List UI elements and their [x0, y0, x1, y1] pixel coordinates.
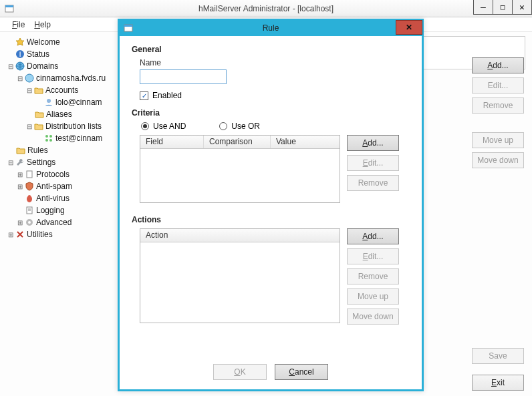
- col-comparison: Comparison: [204, 136, 271, 148]
- maximize-button[interactable]: □: [493, 0, 513, 15]
- dialog-close-button[interactable]: ✕: [396, 20, 422, 35]
- dialog-titlebar[interactable]: Rule ✕: [119, 20, 422, 36]
- radio-use-and[interactable]: Use AND: [141, 122, 186, 131]
- shield-icon: [25, 182, 34, 191]
- actions-edit-button[interactable]: Edit...: [347, 248, 399, 264]
- criteria-edit-button[interactable]: Edit...: [347, 155, 399, 171]
- enabled-checkbox[interactable]: Enabled: [140, 91, 412, 100]
- doc-icon: [25, 206, 34, 215]
- section-actions: Actions: [132, 215, 412, 224]
- actions-add-button[interactable]: Add...: [347, 228, 399, 244]
- user-icon: [44, 97, 53, 107]
- col-field: Field: [140, 136, 204, 148]
- close-button[interactable]: ✕: [512, 0, 532, 15]
- actions-moveup-button[interactable]: Move up: [347, 288, 399, 305]
- bug-icon: [25, 194, 34, 203]
- svg-point-19: [28, 221, 31, 224]
- tools-icon: [15, 230, 25, 239]
- star-icon: [15, 37, 25, 47]
- cancel-button[interactable]: Cancel: [275, 364, 328, 380]
- svg-point-14: [28, 195, 31, 198]
- save-button[interactable]: Save: [472, 348, 524, 364]
- svg-point-10: [45, 139, 48, 142]
- panel-add-button[interactable]: Add...: [472, 57, 524, 73]
- window-title: hMailServer Administrator - [localhost]: [0, 4, 532, 13]
- col-value: Value: [271, 136, 340, 148]
- rule-dialog: Rule ✕ General Name Enabled Criteria Use…: [118, 19, 424, 391]
- info-icon: i: [15, 49, 25, 59]
- folder-icon: [35, 110, 44, 119]
- gear-icon: [25, 218, 34, 227]
- actions-grid[interactable]: Action: [140, 228, 340, 323]
- criteria-grid[interactable]: Field Comparison Value: [140, 135, 340, 203]
- folder-icon: [34, 122, 43, 131]
- panel-remove-button[interactable]: Remove: [472, 97, 524, 114]
- name-label: Name: [140, 58, 412, 67]
- panel-edit-button[interactable]: Edit...: [472, 77, 524, 93]
- checkbox-icon: [140, 91, 148, 100]
- name-input[interactable]: [140, 69, 227, 84]
- minimize-button[interactable]: —: [473, 0, 493, 15]
- globe-icon: [25, 73, 34, 83]
- svg-point-11: [49, 139, 52, 142]
- actions-remove-button[interactable]: Remove: [347, 268, 399, 284]
- folder-icon: [34, 85, 43, 95]
- criteria-remove-button[interactable]: Remove: [347, 175, 399, 191]
- radio-use-or[interactable]: Use OR: [219, 122, 260, 131]
- folder-icon: [16, 146, 25, 155]
- svg-point-9: [49, 135, 52, 138]
- menu-file[interactable]: File: [12, 20, 25, 29]
- panel-moveup-button[interactable]: Move up: [472, 132, 524, 148]
- col-action: Action: [140, 229, 340, 242]
- wrench-icon: [15, 158, 25, 167]
- globe-icon: [15, 61, 25, 71]
- ok-button[interactable]: OK: [213, 364, 267, 380]
- main-titlebar: hMailServer Administrator - [localhost] …: [0, 0, 532, 17]
- svg-point-8: [45, 135, 48, 138]
- exit-button[interactable]: Exit: [472, 375, 524, 391]
- dialog-title: Rule: [119, 23, 422, 33]
- svg-point-7: [47, 99, 51, 103]
- svg-point-6: [25, 74, 33, 82]
- section-general: General: [132, 45, 412, 54]
- svg-marker-2: [16, 38, 24, 45]
- svg-rect-12: [27, 171, 32, 178]
- list-icon: [44, 134, 53, 143]
- criteria-add-button[interactable]: Add...: [347, 135, 399, 151]
- panel-movedown-button[interactable]: Move down: [472, 152, 524, 168]
- menu-help[interactable]: Help: [34, 20, 51, 29]
- doc-icon: [25, 170, 34, 179]
- actions-movedown-button[interactable]: Move down: [347, 309, 399, 325]
- svg-text:i: i: [19, 49, 21, 59]
- section-criteria: Criteria: [132, 108, 412, 118]
